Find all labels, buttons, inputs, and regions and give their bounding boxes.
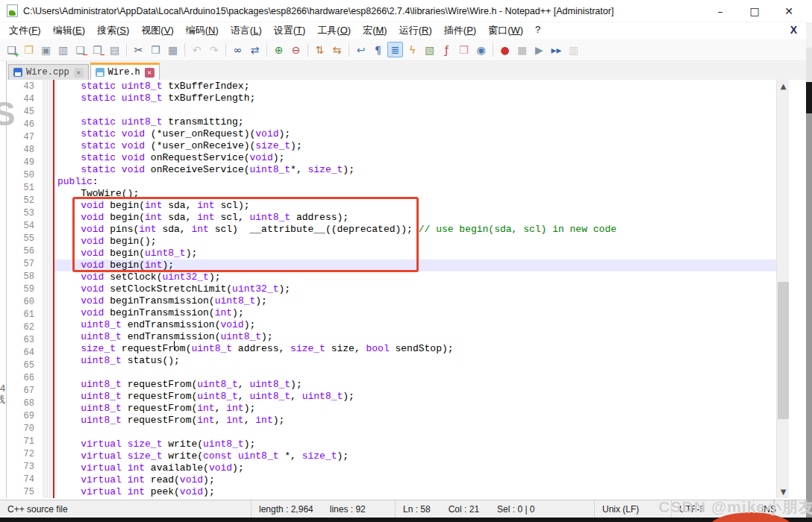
new-file-icon[interactable]: ❏+ [4,42,19,57]
zoom-out-icon[interactable]: ⊖ [288,42,304,57]
minimize-button[interactable]: – [703,0,737,22]
line-number-61[interactable]: 61 [7,309,42,321]
menu-window[interactable]: 窗口(W) [482,22,529,39]
code-line-50[interactable]: static void onReceiveService(uint8_t*, s… [7,164,776,176]
close-file-icon[interactable]: ❏− [72,42,88,57]
code-line-73[interactable]: virtual size_t write(uint8_t); [7,438,776,450]
code-line-49[interactable]: static void onRequestService(void); [7,152,776,164]
tab-wire-h[interactable]: Wire.h✕ [90,63,160,80]
line-number-74[interactable]: 74 [7,474,42,485]
code-line-59[interactable]: void setClock(uint32_t); [7,271,776,283]
code-line-64[interactable]: uint8_t endTransmission(uint8_t); [7,331,776,343]
zoom-in-icon[interactable]: ⊕ [271,42,287,57]
code-line-71[interactable]: uint8_t requestFrom(int, int, int); [7,415,776,427]
line-number-57[interactable]: 57 [7,258,42,270]
maximize-button[interactable]: □ [737,0,772,22]
code-editor[interactable]: static uint8_t txBufferIndex; static uin… [6,80,776,498]
replace-icon[interactable]: ⇄ [247,42,263,57]
line-number-47[interactable]: 47 [7,131,42,143]
word-wrap-icon[interactable]: ↩ [353,42,369,57]
code-line-60[interactable]: void setClockStretchLimit(uint32_t); [7,283,776,295]
code-line-46[interactable]: static uint8_t transmitting; [7,116,776,128]
line-number-49[interactable]: 49 [7,157,42,169]
line-number-52[interactable]: 52 [7,195,42,207]
line-number-67[interactable]: 67 [7,385,42,397]
scroll-up-arrow-icon[interactable]: ▲ [777,80,790,92]
line-number-60[interactable]: 60 [7,296,42,308]
cut-icon[interactable]: ✂ [131,42,146,57]
line-number-gutter[interactable]: 4344454647484950515253545556575859606162… [7,80,42,498]
line-number-63[interactable]: 63 [7,334,42,346]
menu-view[interactable]: 视图(V) [135,22,179,39]
line-number-55[interactable]: 55 [7,233,42,245]
line-number-66[interactable]: 66 [7,372,42,384]
code-line-66[interactable]: uint8_t status(); [7,355,776,367]
function-list-icon[interactable]: ƒ [439,42,455,57]
line-number-73[interactable]: 73 [7,461,42,473]
code-line-70[interactable]: uint8_t requestFrom(int, int); [7,403,776,415]
code-line-47[interactable]: static void (*user_onRequest)(void); [7,128,776,140]
line-number-48[interactable]: 48 [7,144,42,156]
menu-plugins[interactable]: 插件(P) [438,22,482,39]
find-icon[interactable]: ∞ [230,42,246,57]
code-line-63[interactable]: uint8_t endTransmission(void); [7,319,776,331]
line-number-51[interactable]: 51 [7,182,42,194]
menu-language[interactable]: 语言(L) [225,22,268,39]
save-icon[interactable]: ▣ [38,42,54,57]
indent-guide-icon[interactable]: ≣ [387,42,403,57]
paste-icon[interactable]: ▦ [165,42,181,57]
macro-record-icon[interactable]: ● [497,42,513,57]
user-command-icon[interactable]: ϟ [405,42,420,57]
line-number-75[interactable]: 75 [7,486,42,498]
line-number-72[interactable]: 72 [7,448,42,460]
code-line-51[interactable]: public: [7,176,776,188]
show-all-characters-icon[interactable]: ¶ [370,42,386,57]
tab-close-icon[interactable]: ✕ [74,68,84,78]
line-number-50[interactable]: 50 [7,169,42,181]
code-line-72[interactable] [7,427,776,438]
menu-run[interactable]: 运行(R) [393,22,438,39]
close-document-x[interactable]: X [790,24,797,36]
line-number-68[interactable]: 68 [7,397,42,409]
line-number-65[interactable]: 65 [7,359,42,371]
close-button[interactable]: ✕ [772,0,806,22]
line-number-69[interactable]: 69 [7,410,42,422]
open-file-icon[interactable]: ❒ [21,42,37,57]
redo-icon[interactable]: ↷ [206,42,222,57]
menu-macro[interactable]: 宏(M) [357,22,393,39]
line-number-64[interactable]: 64 [7,347,42,359]
code-line-43[interactable]: static uint8_t txBufferIndex; [7,81,776,92]
sync-vertical-icon[interactable]: ⇅ [312,42,328,57]
line-number-56[interactable]: 56 [7,245,42,257]
scrollbar-thumb[interactable] [778,282,789,419]
sync-horizontal-icon[interactable]: ⇆ [329,42,345,57]
menu-settings[interactable]: 设置(T) [268,22,312,39]
tab-wire-cpp[interactable]: Wire.cpp✕ [8,64,89,80]
save-all-icon[interactable]: ▥ [55,42,71,57]
macro-save-icon[interactable]: ▥ [566,42,581,57]
code-line-74[interactable]: virtual size_t write(const uint8_t *, si… [7,450,776,462]
code-line-61[interactable]: void beginTransmission(uint8_t); [7,295,776,307]
code-line-75[interactable]: virtual int available(void); [7,462,776,474]
line-number-62[interactable]: 62 [7,321,42,333]
copy-icon[interactable]: ❐ [148,42,163,57]
macro-play-icon[interactable]: ▶ [531,42,547,57]
menu-help[interactable]: ? [529,22,546,39]
line-number-54[interactable]: 54 [7,220,42,232]
line-number-43[interactable]: 43 [7,81,42,92]
menu-encoding[interactable]: 编码(N) [180,22,225,39]
undo-icon[interactable]: ↶ [189,42,204,57]
document-map-icon[interactable]: ▧ [422,42,437,57]
code-line-76[interactable]: virtual int read(void); [7,474,776,486]
code-line-68[interactable]: uint8_t requestFrom(uint8_t, uint8_t); [7,379,776,391]
menu-file[interactable]: 文件(F) [3,22,47,39]
tab-close-icon[interactable]: ✕ [145,68,154,78]
vertical-scrollbar[interactable]: ▲ ▼ [776,80,789,498]
code-line-65[interactable]: size_t requestFrom(uint8_t address, size… [7,343,776,355]
line-number-53[interactable]: 53 [7,207,42,219]
macro-stop-icon[interactable]: ■ [514,42,530,57]
code-line-44[interactable]: static uint8_t txBufferLength; [7,92,776,104]
line-number-58[interactable]: 58 [7,271,42,283]
line-number-70[interactable]: 70 [7,423,42,435]
code-line-67[interactable] [7,367,776,379]
